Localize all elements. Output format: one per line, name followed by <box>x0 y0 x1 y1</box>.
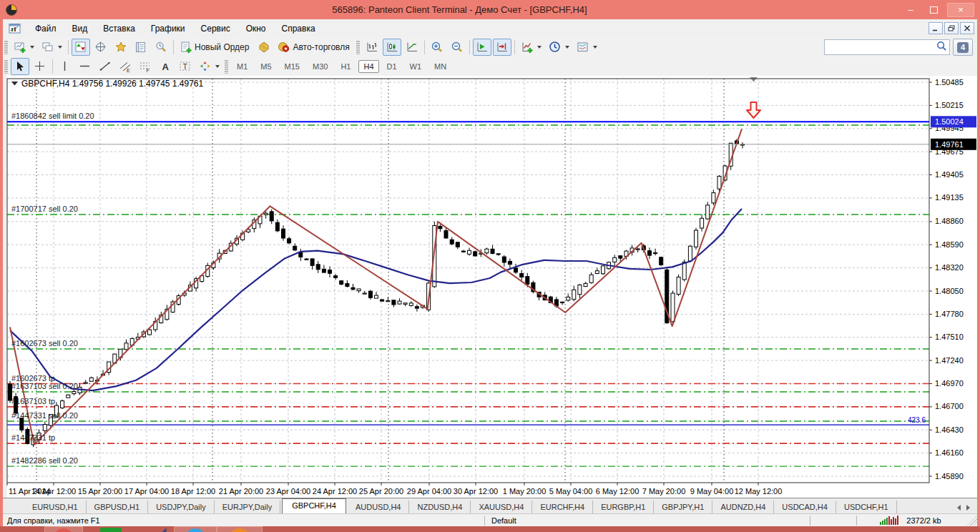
metaeditor-button[interactable] <box>255 39 273 56</box>
zoom-out-button[interactable] <box>448 39 466 56</box>
resize-grip[interactable] <box>966 516 977 526</box>
new-order-button[interactable]: Новый Ордер <box>177 39 253 56</box>
navigator-button[interactable] <box>112 39 130 56</box>
taskbar-app-red-icon <box>53 528 74 532</box>
search-icon[interactable] <box>936 41 947 54</box>
chart-tab-usdchf-h1[interactable]: USDCHF,H1 <box>836 501 897 514</box>
price-chart[interactable]: 1.504851.502151.499451.496751.494051.491… <box>3 76 977 498</box>
window-border-right <box>977 0 980 526</box>
trendline-tool[interactable] <box>96 58 114 75</box>
search-box[interactable] <box>824 39 950 55</box>
status-bar: Для справки, нажмите F1 Default 2372/2 k… <box>3 513 977 527</box>
terminal-button[interactable] <box>132 39 150 56</box>
indicators-button[interactable] <box>518 39 544 56</box>
svg-text:#1602673 sell 0.20: #1602673 sell 0.20 <box>11 339 78 348</box>
menu-item-0[interactable]: Файл <box>27 21 64 36</box>
timeframe-m30-button[interactable]: M30 <box>308 60 333 73</box>
chart-tab-eurusd-h1[interactable]: EURUSD,H1 <box>24 501 87 514</box>
timeframe-w1-button[interactable]: W1 <box>405 60 427 73</box>
fibonacci-tool[interactable]: F <box>136 58 155 75</box>
autotrade-button[interactable]: Авто-торговля <box>275 39 353 56</box>
taskbar-app-firefox[interactable] <box>217 526 263 532</box>
arrows-tool[interactable] <box>196 58 222 75</box>
chart-tab-nzdusd-h4[interactable]: NZDUSD,H4 <box>409 501 471 514</box>
chart-tab-audnzd-h4[interactable]: AUDNZD,H4 <box>712 501 774 514</box>
menu-item-4[interactable]: Сервис <box>193 21 238 36</box>
bar-chart-button[interactable] <box>363 39 381 56</box>
chevron-down-icon[interactable] <box>593 46 597 49</box>
chart-title[interactable]: GBPCHF,H4 1.49756 1.49926 1.49745 1.4976… <box>11 79 204 89</box>
status-profile[interactable]: Default <box>485 514 810 527</box>
timeframe-d1-button[interactable]: D1 <box>382 60 402 73</box>
chart-tab-gbpusd-h1[interactable]: GBPUSD,H1 <box>87 501 149 514</box>
chevron-down-icon[interactable] <box>565 46 569 49</box>
templates-button[interactable] <box>574 39 600 56</box>
timeframe-m1-button[interactable]: M1 <box>232 60 253 73</box>
mdi-restore-button[interactable] <box>944 22 959 34</box>
chevron-down-icon[interactable] <box>215 65 220 68</box>
chart-tab-gbpjpy-h1[interactable]: GBPJPY,H1 <box>654 501 712 514</box>
minimize-button[interactable]: – <box>901 4 920 16</box>
text-tool[interactable]: A <box>156 58 175 75</box>
profiles-button[interactable] <box>39 39 65 56</box>
shift-icon <box>496 41 509 54</box>
timeframe-h4-button[interactable]: H4 <box>358 60 378 73</box>
chevron-down-icon[interactable] <box>58 46 62 49</box>
taskbar-app-skype[interactable] <box>174 526 217 532</box>
zoom-in-button[interactable] <box>428 39 446 56</box>
crosshair-tool[interactable] <box>31 58 49 75</box>
periods-button[interactable] <box>546 39 572 56</box>
close-button[interactable]: × <box>947 3 974 17</box>
svg-text:A: A <box>162 61 170 72</box>
chart-tab-eurgbp-h1[interactable]: EURGBP,H1 <box>593 501 654 514</box>
windows-taskbar[interactable] <box>0 526 980 532</box>
line-chart-button[interactable] <box>403 39 421 56</box>
new-chart-button[interactable] <box>11 39 37 56</box>
shift-button[interactable] <box>493 39 511 56</box>
svg-text:423.6: 423.6 <box>908 416 926 424</box>
candle-chart-button[interactable] <box>383 39 401 56</box>
strategy-tester-button[interactable] <box>152 39 170 56</box>
chart-tab-usdjpy-daily[interactable]: USDJPY,Daily <box>148 501 215 514</box>
title-bar[interactable]: 565896: Panteon Client Terminal - Демо С… <box>0 0 980 19</box>
chart-tab-eurjpy-daily[interactable]: EURJPY,Daily <box>215 501 281 514</box>
taskbar-app-navy[interactable] <box>139 526 172 532</box>
timeframe-m15-button[interactable]: M15 <box>280 60 305 73</box>
data-window-button[interactable] <box>92 39 110 56</box>
taskbar-app-red[interactable] <box>44 526 83 532</box>
menu-item-6[interactable]: Справка <box>274 21 323 36</box>
chart-tab-usdcad-h4[interactable]: USDCAD,H4 <box>774 501 836 514</box>
mdi-close-button[interactable] <box>960 22 974 34</box>
tab-scroll-right-icon[interactable] <box>966 505 970 511</box>
menu-item-2[interactable]: Вставка <box>95 21 143 36</box>
menu-item-1[interactable]: Вид <box>64 21 96 36</box>
timeframe-mn-button[interactable]: MN <box>429 60 451 73</box>
chart-tab-audusd-h4[interactable]: AUDUSD,H4 <box>348 501 410 514</box>
chevron-down-icon[interactable] <box>537 46 542 49</box>
channel-tool[interactable]: E <box>116 58 134 75</box>
cursor-tool[interactable] <box>11 58 29 75</box>
chart-area[interactable]: 1.504851.502151.499451.496751.494051.491… <box>3 76 977 498</box>
horizontal-line-tool[interactable] <box>76 58 94 75</box>
chevron-down-icon[interactable] <box>30 46 34 49</box>
chart-tab-eurchf-h4[interactable]: EURCHF,H4 <box>532 501 593 514</box>
app-logo-icon <box>5 4 18 16</box>
chart-tab-gbpchf-h4[interactable]: GBPCHF,H4 <box>282 498 346 514</box>
autoscroll-button[interactable] <box>473 39 491 56</box>
menu-item-5[interactable]: Окно <box>238 21 274 36</box>
timeframe-m5-button[interactable]: M5 <box>255 60 276 73</box>
help-bubble-button[interactable]: 4 <box>953 39 973 56</box>
svg-text:1.46700: 1.46700 <box>935 402 964 410</box>
window-title: 565896: Panteon Client Terminal - Демо С… <box>18 4 901 15</box>
menu-item-3[interactable]: Графики <box>143 21 193 36</box>
timeframe-h1-button[interactable]: H1 <box>335 60 356 73</box>
chart-tab-xauusd-h4[interactable]: XAUUSD,H4 <box>471 501 532 514</box>
text-label-tool[interactable]: T <box>176 58 195 75</box>
mdi-minimize-button[interactable] <box>928 22 943 34</box>
taskbar-app-green[interactable] <box>97 526 125 532</box>
search-input[interactable] <box>827 42 936 52</box>
maximize-button[interactable] <box>924 4 943 16</box>
vertical-line-tool[interactable] <box>56 58 74 75</box>
market-watch-button[interactable] <box>72 39 90 56</box>
tab-scroll-left-icon[interactable] <box>957 505 961 511</box>
